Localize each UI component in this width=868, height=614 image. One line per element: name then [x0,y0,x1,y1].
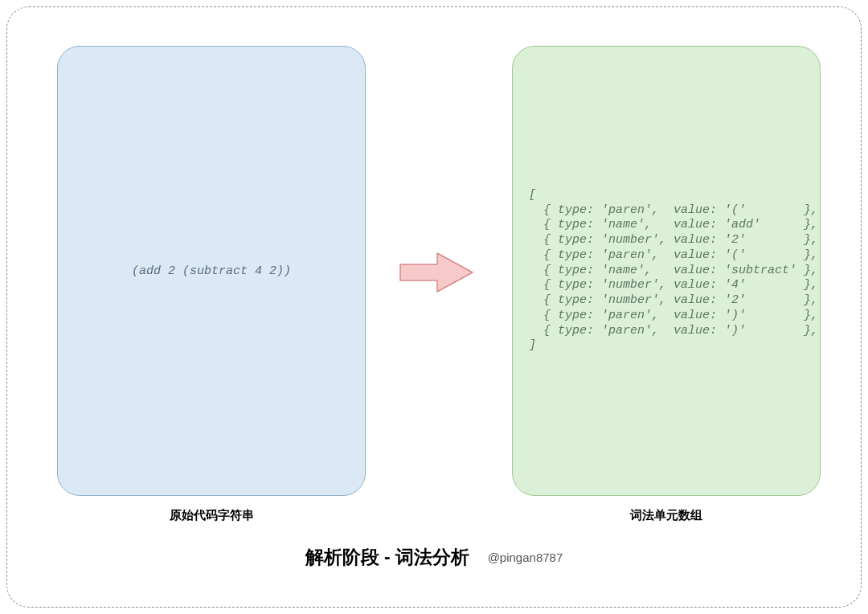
source-code-label: 原始代码字符串 [57,508,366,523]
title-author: @pingan8787 [488,551,563,564]
token-array-box: [ { type: 'paren', value: '(' }, { type:… [512,46,821,496]
source-code-box: (add 2 (subtract 4 2)) [57,46,366,496]
title-section: 解析阶段 - 词法分析 @pingan8787 [7,545,861,570]
token-array-text: [ { type: 'paren', value: '(' }, { type:… [529,188,818,354]
diagram-container: (add 2 (subtract 4 2)) [ { type: 'paren'… [6,6,862,608]
source-code-text: (add 2 (subtract 4 2)) [132,264,291,278]
title-main: 解析阶段 - 词法分析 [305,546,469,567]
arrow-icon [397,248,477,297]
token-array-label: 词法单元数组 [512,508,821,523]
